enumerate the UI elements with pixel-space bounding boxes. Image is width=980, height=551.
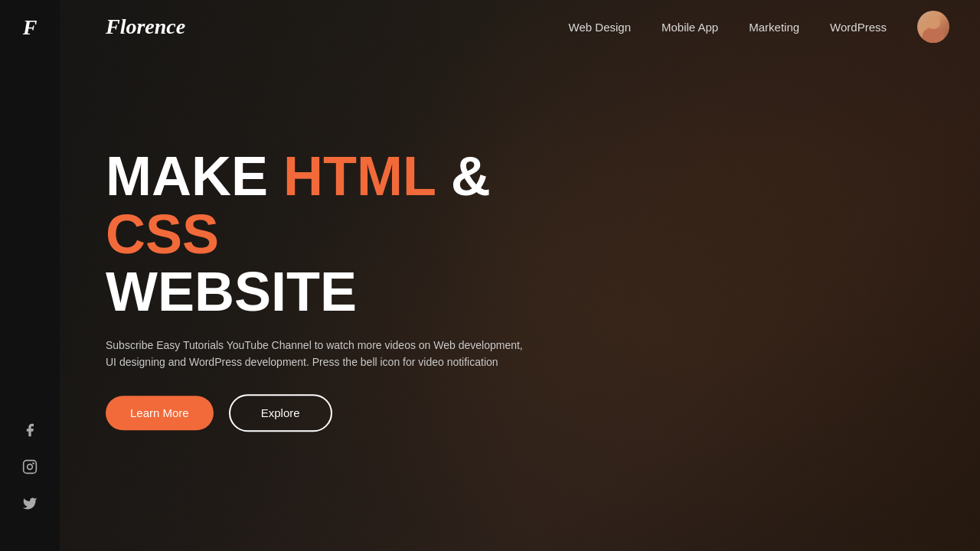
- nav-marketing[interactable]: Marketing: [749, 21, 799, 34]
- explore-button[interactable]: Explore: [229, 394, 332, 432]
- sidebar-top: F: [23, 15, 38, 40]
- hero-title-make: MAKE: [106, 145, 283, 207]
- main-area: Florence Web Design Mobile App Marketing…: [60, 0, 980, 551]
- hero-title: MAKE HTML & CSS WEBSITE: [106, 148, 550, 321]
- nav-mobile-app[interactable]: Mobile App: [662, 21, 718, 34]
- svg-point-1: [28, 465, 33, 470]
- sidebar-social: [21, 421, 39, 536]
- nav-web-design[interactable]: Web Design: [569, 21, 631, 34]
- facebook-icon[interactable]: [21, 421, 39, 439]
- instagram-icon[interactable]: [21, 458, 39, 476]
- svg-point-2: [32, 462, 34, 465]
- hero-content: MAKE HTML & CSS WEBSITE Subscribe Easy T…: [106, 148, 550, 432]
- sidebar: F: [0, 0, 60, 551]
- page-wrapper: F: [0, 0, 980, 551]
- hero-title-html: HTML: [283, 145, 436, 207]
- hero-title-and: &: [436, 145, 491, 207]
- hero-title-css: CSS: [106, 204, 219, 265]
- navbar: Florence Web Design Mobile App Marketing…: [60, 0, 980, 54]
- hero-buttons: Learn More Explore: [106, 394, 550, 432]
- hero-title-website: WEBSITE: [106, 263, 550, 321]
- hero-title-line1: MAKE HTML & CSS: [106, 148, 550, 263]
- hero-description: Subscribe Easy Tutorials YouTube Channel…: [106, 337, 534, 371]
- sidebar-logo: F: [23, 15, 38, 40]
- nav-wordpress[interactable]: WordPress: [830, 21, 887, 34]
- twitter-icon[interactable]: [21, 494, 39, 513]
- nav-links: Web Design Mobile App Marketing WordPres…: [569, 11, 949, 43]
- learn-more-button[interactable]: Learn More: [106, 396, 214, 430]
- svg-rect-0: [24, 461, 37, 474]
- brand-name: Florence: [106, 15, 185, 39]
- user-avatar[interactable]: [917, 11, 949, 43]
